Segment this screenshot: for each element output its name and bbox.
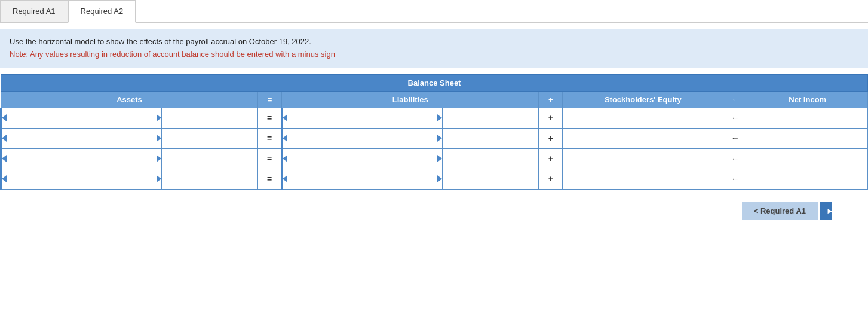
- net-income-input-4[interactable]: [747, 169, 867, 189]
- asset-name-input-4[interactable]: [8, 169, 155, 189]
- col-header-liabilities: Liabilities: [282, 91, 539, 108]
- asset-val-input-1[interactable]: [162, 108, 257, 128]
- col-header-assets: Assets: [1, 91, 258, 108]
- balance-sheet-title: Balance Sheet: [1, 74, 868, 91]
- equity-val-cell-2[interactable]: [563, 128, 723, 148]
- liab-name-input-1[interactable]: [289, 108, 436, 128]
- arrow-symbol-3: ←: [723, 148, 747, 169]
- col-header-net-income: Net incom: [747, 91, 868, 108]
- net-income-cell-4[interactable]: [747, 169, 868, 189]
- liab-val-cell-3[interactable]: [442, 148, 538, 169]
- liab-val-input-4[interactable]: [443, 169, 538, 189]
- liab-name-input-4[interactable]: [289, 169, 436, 189]
- net-income-input-1[interactable]: [747, 108, 867, 128]
- col-header-stockholders-equity: Stockholders' Equity: [563, 91, 723, 108]
- liab-val-cell-4[interactable]: [442, 169, 538, 189]
- net-income-input-3[interactable]: [747, 149, 867, 169]
- net-income-input-2[interactable]: [747, 129, 867, 148]
- liab-val-input-3[interactable]: [443, 149, 538, 169]
- equals-symbol-1: =: [257, 108, 281, 128]
- table-row: = + ←: [1, 148, 868, 169]
- next-button[interactable]: ►: [820, 202, 832, 220]
- triangle-right-icon: [157, 175, 161, 182]
- table-header-title-row: Balance Sheet: [1, 74, 868, 91]
- asset-name-input-2[interactable]: [8, 129, 155, 148]
- triangle-left-icon: [283, 175, 287, 182]
- triangle-left-icon: [283, 135, 287, 142]
- arrow-symbol-2: ←: [723, 128, 747, 148]
- tabs-container: Required A1 Required A2: [0, 0, 868, 23]
- triangle-left-icon: [283, 114, 287, 121]
- equity-val-cell-3[interactable]: [563, 148, 723, 169]
- instructions-note: Note: Any values resulting in reduction …: [10, 48, 858, 61]
- net-income-cell-1[interactable]: [747, 108, 868, 128]
- tab-required-a2[interactable]: Required A2: [68, 0, 136, 23]
- triangle-right-icon: [437, 135, 442, 142]
- asset-val-input-3[interactable]: [162, 149, 257, 169]
- equals-symbol-4: =: [257, 169, 281, 189]
- asset-val-cell-4[interactable]: [161, 169, 257, 189]
- asset-val-input-2[interactable]: [162, 129, 257, 148]
- triangle-right-icon: [157, 155, 161, 162]
- asset-name-input-1[interactable]: [8, 108, 155, 128]
- equity-val-cell-4[interactable]: [563, 169, 723, 189]
- liab-val-cell-1[interactable]: [442, 108, 538, 128]
- equity-val-input-1[interactable]: [563, 108, 723, 128]
- asset-name-cell-3[interactable]: [1, 148, 162, 169]
- table-row: = + ←: [1, 108, 868, 128]
- liab-name-cell-1[interactable]: [282, 108, 443, 128]
- liab-name-cell-2[interactable]: [282, 128, 443, 148]
- equals-symbol-2: =: [257, 128, 281, 148]
- triangle-right-icon: [437, 114, 442, 121]
- triangle-left-icon: [2, 155, 7, 162]
- triangle-right-icon: [437, 155, 442, 162]
- col-header-arrow: ←: [723, 91, 747, 108]
- plus-symbol-4: +: [539, 169, 563, 189]
- liab-val-cell-2[interactable]: [442, 128, 538, 148]
- asset-name-input-3[interactable]: [8, 149, 155, 169]
- asset-name-cell-2[interactable]: [1, 128, 162, 148]
- liab-val-input-2[interactable]: [443, 129, 538, 148]
- liab-name-input-3[interactable]: [289, 149, 436, 169]
- navigation-buttons: < Required A1 ►: [0, 202, 832, 220]
- equity-val-cell-1[interactable]: [563, 108, 723, 128]
- asset-name-cell-1[interactable]: [1, 108, 162, 128]
- asset-val-cell-3[interactable]: [161, 148, 257, 169]
- triangle-right-icon: [157, 114, 161, 121]
- plus-symbol-1: +: [539, 108, 563, 128]
- asset-name-cell-4[interactable]: [1, 169, 162, 189]
- instructions-box: Use the horizontal model to show the eff…: [0, 29, 868, 68]
- equity-val-input-3[interactable]: [563, 149, 723, 169]
- triangle-left-icon: [2, 135, 7, 142]
- liab-name-cell-4[interactable]: [282, 169, 443, 189]
- liab-val-input-1[interactable]: [443, 108, 538, 128]
- asset-val-cell-1[interactable]: [161, 108, 257, 128]
- equity-val-input-2[interactable]: [563, 129, 723, 148]
- triangle-left-icon: [283, 155, 287, 162]
- liab-name-cell-3[interactable]: [282, 148, 443, 169]
- triangle-right-icon: [157, 135, 161, 142]
- table-row: = + ←: [1, 128, 868, 148]
- arrow-symbol-4: ←: [723, 169, 747, 189]
- horizontal-model-table-wrapper: Balance Sheet Assets = Liabilities + Sto…: [0, 74, 868, 190]
- col-header-plus: +: [539, 91, 563, 108]
- equals-symbol-3: =: [257, 148, 281, 169]
- net-income-cell-3[interactable]: [747, 148, 868, 169]
- tab-required-a1[interactable]: Required A1: [0, 0, 68, 22]
- triangle-left-icon: [2, 175, 7, 182]
- asset-val-cell-2[interactable]: [161, 128, 257, 148]
- triangle-left-icon: [2, 114, 7, 121]
- instructions-line1: Use the horizontal model to show the eff…: [10, 36, 858, 48]
- liab-name-input-2[interactable]: [289, 129, 436, 148]
- horizontal-model-table: Balance Sheet Assets = Liabilities + Sto…: [0, 74, 868, 190]
- plus-symbol-3: +: [539, 148, 563, 169]
- plus-symbol-2: +: [539, 128, 563, 148]
- arrow-symbol-1: ←: [723, 108, 747, 128]
- equity-val-input-4[interactable]: [563, 169, 723, 189]
- table-header-cols-row: Assets = Liabilities + Stockholders' Equ…: [1, 91, 868, 108]
- net-income-cell-2[interactable]: [747, 128, 868, 148]
- triangle-right-icon: [437, 175, 442, 182]
- col-header-equals: =: [257, 91, 281, 108]
- prev-required-a1-button[interactable]: < Required A1: [742, 202, 818, 220]
- asset-val-input-4[interactable]: [162, 169, 257, 189]
